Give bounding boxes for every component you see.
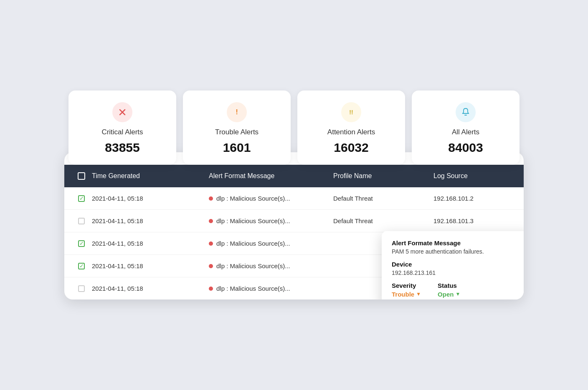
table-row[interactable]: 2021-04-11, 05:18 dlp : Malicious Source… [64, 210, 524, 232]
row-checkbox[interactable]: ✓ [71, 263, 92, 269]
checkbox-unchecked[interactable] [78, 218, 85, 224]
cell-profile: Default Threat [333, 217, 433, 224]
tooltip-device-section: Device 192.168.213.161 [392, 261, 522, 276]
table-row[interactable]: ✓ 2021-04-11, 05:18 dlp : Malicious Sour… [64, 232, 524, 255]
severity-dot [209, 287, 213, 291]
checkbox-checked[interactable]: ✓ [78, 195, 85, 202]
cell-message: dlp : Malicious Source(s)... [209, 217, 333, 224]
table-header: Time Generated Alert Format Message Prof… [64, 165, 524, 187]
cell-time: 2021-04-11, 05:18 [92, 285, 209, 292]
attention-count: 16032 [334, 141, 368, 155]
cell-message: dlp : Malicious Source(s)... [209, 195, 333, 202]
summary-cards: Critical Alerts 83855 ! Trouble Alerts 1… [64, 91, 524, 165]
severity-dot [209, 242, 213, 246]
row-checkbox[interactable]: ✓ [71, 240, 92, 247]
tooltip-message-label: Alert Formate Message [392, 239, 522, 247]
tooltip-severity-group: Severity Trouble ▼ [392, 282, 421, 298]
critical-icon [112, 102, 132, 122]
table-row[interactable]: ✓ 2021-04-11, 05:18 dlp : Malicious Sour… [64, 187, 524, 210]
select-all-checkbox[interactable] [78, 172, 85, 180]
header-checkbox-cell [71, 172, 92, 180]
trouble-count: 1601 [223, 141, 251, 155]
severity-dot [209, 219, 213, 223]
attention-label: Attention Alerts [327, 128, 375, 136]
row-checkbox[interactable] [71, 218, 92, 224]
card-critical[interactable]: Critical Alerts 83855 [68, 91, 176, 165]
row-checkbox[interactable]: ✓ [71, 195, 92, 202]
cell-time: 2021-04-11, 05:18 [92, 240, 209, 247]
tooltip-status-label: Status [438, 282, 460, 289]
checkbox-checked[interactable]: ✓ [78, 263, 85, 269]
all-count: 84003 [448, 141, 483, 155]
cell-log: 192.168.101.2 [433, 195, 517, 202]
cell-message: dlp : Malicious Source(s)... [209, 240, 333, 247]
card-attention[interactable]: !! Attention Alerts 16032 [297, 91, 405, 165]
card-trouble[interactable]: ! Trouble Alerts 1601 [183, 91, 291, 165]
table-panel: Time Generated Alert Format Message Prof… [64, 152, 524, 299]
checkbox-checked[interactable]: ✓ [78, 240, 85, 247]
critical-count: 83855 [105, 141, 139, 155]
tooltip-message-section: Alert Formate Message PAM 5 more authent… [392, 239, 522, 255]
critical-label: Critical Alerts [101, 128, 143, 136]
checkbox-unchecked[interactable] [78, 285, 85, 292]
main-container: Critical Alerts 83855 ! Trouble Alerts 1… [64, 91, 524, 299]
severity-text: Trouble [392, 291, 414, 298]
severity-dot [209, 264, 213, 268]
tooltip-device-value: 192.168.213.161 [392, 269, 522, 276]
table-body: ✓ 2021-04-11, 05:18 dlp : Malicious Sour… [64, 187, 524, 299]
svg-text:!: ! [236, 108, 238, 116]
tooltip-popup: Alert Formate Message PAM 5 more authent… [382, 231, 524, 300]
tooltip-message-value: PAM 5 more authentication failures. [392, 248, 522, 255]
th-message: Alert Format Message [209, 172, 333, 180]
tooltip-status-group: Status Open ▼ [438, 282, 460, 298]
all-label: All Alerts [452, 128, 479, 136]
tooltip-device-label: Device [392, 261, 522, 268]
svg-text:!!: !! [349, 109, 353, 116]
attention-icon: !! [341, 102, 361, 122]
tooltip-severity-label: Severity [392, 282, 421, 289]
cell-message: dlp : Malicious Source(s)... [209, 262, 333, 269]
row-checkbox[interactable] [71, 285, 92, 292]
all-icon [456, 102, 476, 122]
status-dropdown[interactable]: Open ▼ [438, 291, 460, 298]
trouble-label: Trouble Alerts [215, 128, 259, 136]
cell-time: 2021-04-11, 05:18 [92, 217, 209, 224]
th-log: Log Source [433, 172, 517, 180]
severity-arrow-icon: ▼ [416, 291, 421, 297]
severity-dot [209, 196, 213, 201]
cell-time: 2021-04-11, 05:18 [92, 195, 209, 202]
card-all[interactable]: All Alerts 84003 [412, 91, 520, 165]
status-arrow-icon: ▼ [455, 291, 460, 297]
tooltip-status-section: Severity Trouble ▼ Status Open ▼ [392, 282, 522, 298]
cell-log: 192.168.101.3 [433, 217, 517, 224]
th-profile: Profile Name [333, 172, 433, 180]
cell-message: dlp : Malicious Source(s)... [209, 285, 333, 292]
severity-dropdown[interactable]: Trouble ▼ [392, 291, 421, 298]
status-text: Open [438, 291, 454, 298]
th-time: Time Generated [92, 172, 209, 180]
trouble-icon: ! [227, 102, 247, 122]
cell-profile: Default Threat [333, 195, 433, 202]
cell-time: 2021-04-11, 05:18 [92, 262, 209, 269]
